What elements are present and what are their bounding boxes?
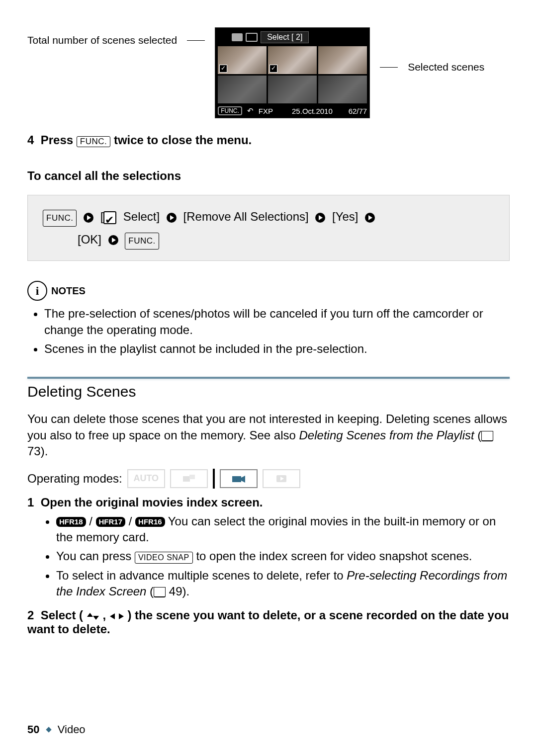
note-item: The pre-selection of scenes/photos will …	[44, 306, 510, 338]
info-icon: i	[27, 281, 47, 301]
step-1: 1 Open the original movies index screen.…	[27, 496, 510, 600]
arrow-icon	[83, 212, 94, 223]
step-rest: twice to close the menu.	[114, 133, 252, 147]
mode-dual	[170, 469, 208, 488]
count-label: 62/77	[349, 107, 367, 115]
notes-heading: i NOTES	[27, 281, 510, 301]
svg-rect-12	[232, 476, 241, 482]
callout-line	[187, 40, 205, 41]
notes-label: NOTES	[51, 285, 86, 297]
left-right-icon	[109, 608, 124, 622]
fxp-label: FXP	[259, 107, 273, 115]
section-body: You can delete those scenes that you are…	[27, 411, 510, 459]
step-number: 1	[27, 496, 34, 509]
svg-rect-11	[189, 475, 195, 479]
section-divider	[27, 377, 510, 378]
svg-rect-10	[183, 476, 190, 482]
mode-separator	[213, 469, 215, 489]
figure-row: Total number of scenes selected Select […	[27, 27, 510, 118]
xref-playlist: Deleting Scenes from the Playlist	[299, 428, 474, 442]
arrow-icon	[364, 212, 375, 223]
up-down-icon	[87, 608, 99, 622]
svg-marker-19	[119, 613, 124, 619]
date-label: 25.Oct.2010	[292, 107, 333, 115]
note-item: Scenes in the playlist cannot be include…	[44, 341, 510, 357]
model-badge: HFR17	[96, 517, 126, 527]
thumb	[318, 76, 367, 103]
arrow-icon	[166, 212, 177, 223]
checkbox-icon: ✓	[219, 65, 227, 73]
thumb: ✓	[268, 46, 317, 74]
footer-section: Video	[58, 723, 86, 736]
step-4: 4 Press FUNC. twice to close the menu.	[27, 133, 510, 147]
operating-modes-row: Operating modes: AUTO	[27, 469, 510, 489]
screenshot-title: Select [ 2]	[261, 31, 309, 43]
step-lead: Press	[41, 133, 73, 147]
mode-auto: AUTO	[127, 469, 165, 488]
back-arrow-icon: ↶	[247, 106, 254, 115]
svg-marker-17	[93, 616, 99, 620]
mode-play	[263, 469, 300, 488]
bullet: To select in advance multiple scenes to …	[56, 568, 510, 600]
callout-selected-scenes: Selected scenes	[408, 61, 484, 73]
bullet: HFR18 / HFR17 / HFR16 You can select the…	[56, 513, 510, 546]
func-button[interactable]: FUNC.	[77, 136, 110, 147]
bullet: You can press VIDEO SNAP to open the ind…	[56, 548, 510, 564]
step-head: Open the original movies index screen.	[41, 496, 263, 509]
camera-icon	[232, 33, 243, 41]
func-button[interactable]: FUNC.	[43, 210, 77, 227]
model-badge: HFR18	[56, 517, 86, 527]
thumb: ✓	[218, 46, 267, 74]
page-footer: 50 Video	[27, 723, 86, 736]
func-badge: FUNC.	[218, 106, 242, 115]
operating-modes-label: Operating modes:	[27, 472, 122, 486]
book-icon	[481, 431, 493, 441]
book-icon	[154, 587, 166, 597]
svg-marker-16	[87, 613, 93, 617]
section-title: Deleting Scenes	[27, 383, 510, 400]
thumb	[318, 46, 367, 74]
video-snap-button[interactable]: VIDEO SNAP	[135, 552, 193, 564]
func-button[interactable]: FUNC.	[125, 233, 159, 250]
svg-marker-13	[241, 476, 245, 483]
svg-marker-18	[110, 613, 115, 619]
step-2: 2 Select ( , ) the scene you want to del…	[27, 608, 510, 636]
step-number: 2	[27, 608, 34, 622]
callout-line	[380, 67, 398, 68]
cancel-sequence: FUNC. [ Select] [Remove All Selections] …	[27, 195, 510, 261]
menu-yes[interactable]: [Yes]	[332, 210, 358, 223]
model-badge: HFR16	[135, 517, 165, 527]
camcorder-screenshot: Select [ 2] ✓ ✓ FUNC. ↶ FXP 25.Oct.2010 …	[215, 27, 370, 118]
notes-list: The pre-selection of scenes/photos will …	[34, 306, 510, 357]
diamond-icon	[46, 727, 51, 732]
menu-remove-all[interactable]: [Remove All Selections]	[183, 210, 309, 223]
arrow-icon	[315, 212, 326, 223]
cancel-heading: To cancel all the selections	[27, 169, 510, 183]
film-icon	[246, 33, 258, 42]
menu-select[interactable]: Select]	[123, 210, 160, 223]
menu-ok[interactable]: [OK]	[78, 233, 101, 246]
page-number: 50	[27, 723, 39, 736]
thumb	[218, 76, 267, 103]
mode-camera	[220, 469, 258, 488]
thumb	[268, 76, 317, 103]
checkbox-icon	[103, 211, 116, 224]
callout-total-scenes: Total number of scenes selected	[27, 34, 177, 46]
checkbox-icon: ✓	[269, 65, 277, 73]
step-number: 4	[27, 133, 34, 147]
arrow-icon	[108, 235, 119, 246]
